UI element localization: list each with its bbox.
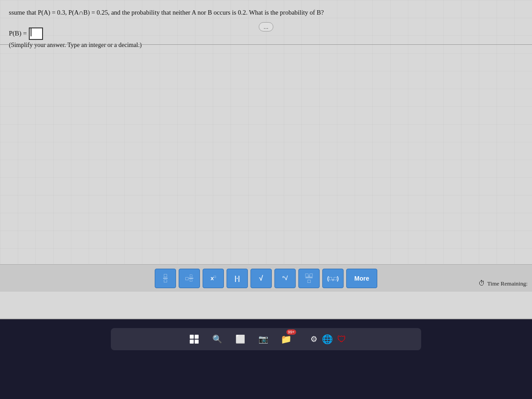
- camera-button[interactable]: 📷: [255, 331, 271, 347]
- time-remaining-area: ⏱ Time Remaining:: [478, 280, 528, 287]
- taskbar-inner: 🔍 ⬜ 📷 📁 99+ ⚙ 🌐 🛡: [111, 328, 421, 350]
- interval-icon: (□,□): [327, 275, 339, 282]
- absolute-value-icon: |·|: [235, 275, 240, 282]
- settings-tray-icon[interactable]: ⚙: [310, 334, 317, 344]
- question-area: ssume that P(A) = 0.3, P(A∩B) = 0.25, an…: [0, 0, 532, 18]
- answer-input-box[interactable]: [29, 27, 43, 40]
- security-icon[interactable]: 🛡: [337, 334, 346, 344]
- question-text: ssume that P(A) = 0.3, P(A∩B) = 0.25, an…: [9, 8, 523, 18]
- task-view-icon: ⬜: [235, 334, 245, 344]
- text-cursor: [31, 28, 31, 36]
- file-explorer-button[interactable]: 📁 99+: [278, 331, 294, 347]
- search-icon: 🔍: [212, 334, 222, 344]
- absolute-value-button[interactable]: |·|: [227, 269, 248, 288]
- superscript-icon: x□: [211, 275, 216, 282]
- sqrt-icon: √: [259, 274, 263, 282]
- superscript-button[interactable]: x□: [203, 269, 224, 288]
- decimal-button[interactable]: □.□ □: [298, 269, 320, 288]
- sqrt-button[interactable]: √: [250, 269, 272, 288]
- task-view-button[interactable]: ⬜: [232, 331, 248, 347]
- chrome-icon[interactable]: 🌐: [322, 334, 333, 344]
- notification-badge: 99+: [286, 329, 296, 335]
- folder-icon: 📁: [281, 334, 292, 344]
- camera-icon: 📷: [258, 334, 268, 344]
- fraction-icon: □ □: [163, 273, 168, 283]
- time-remaining-label: Time Remaining:: [487, 280, 528, 287]
- decimal-icon: □.□ □: [305, 273, 313, 284]
- windows-start-button[interactable]: [186, 331, 202, 347]
- mixed-fraction-button[interactable]: □ □ □: [179, 269, 200, 288]
- math-toolbar: □ □ □ □ □ x□ |·| √ n√: [0, 264, 532, 292]
- clock-icon: ⏱: [478, 280, 485, 287]
- ellipsis-button[interactable]: ...: [259, 22, 274, 31]
- system-tray: ⚙ 🌐 🛡: [310, 334, 346, 344]
- main-content-area: ... ssume that P(A) = 0.3, P(A∩B) = 0.25…: [0, 0, 532, 319]
- taskbar: 🔍 ⬜ 📷 📁 99+ ⚙ 🌐 🛡: [0, 319, 532, 399]
- interval-button[interactable]: (□,□): [322, 269, 344, 288]
- separator-line: [0, 44, 532, 45]
- more-button[interactable]: More: [346, 269, 377, 288]
- simplify-instruction: (Simplify your answer. Type an integer o…: [9, 42, 532, 49]
- fraction-button[interactable]: □ □: [155, 269, 176, 288]
- windows-logo-icon: [190, 335, 199, 344]
- nth-root-button[interactable]: n√: [274, 269, 296, 288]
- nth-root-icon: n√: [282, 275, 288, 282]
- answer-label: P(B) =: [9, 30, 27, 37]
- taskbar-search-button[interactable]: 🔍: [209, 331, 225, 347]
- mixed-fraction-icon: □ □ □: [185, 274, 193, 282]
